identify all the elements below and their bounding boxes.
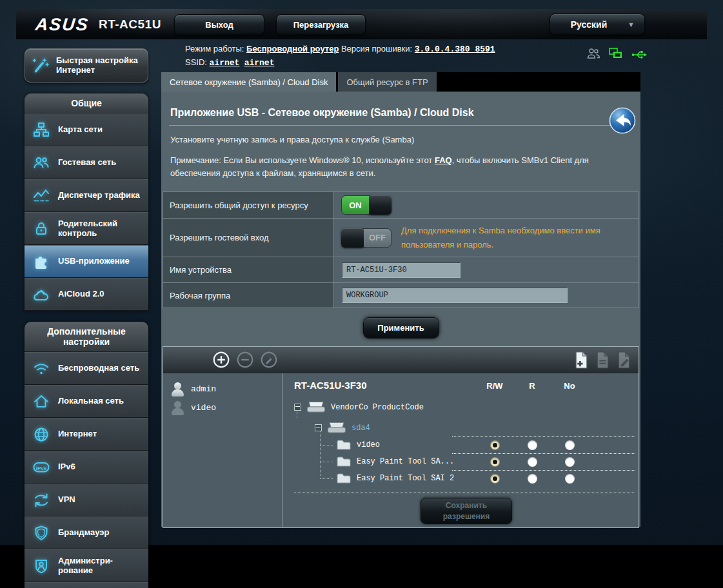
sidebar-item-ipv6[interactable]: IPv6 IPv6	[25, 451, 148, 484]
guest-login-note: Для подключения к Samba необходимо ввест…	[401, 224, 631, 252]
radio-r[interactable]	[528, 457, 537, 467]
firmware-label: Версия прошивки:	[341, 44, 412, 54]
perm-header-rw: R/W	[476, 381, 513, 391]
network-map-icon	[30, 121, 53, 140]
nav-group-advanced-title: Дополнительные настройки	[25, 322, 148, 352]
apply-button[interactable]: Применить	[363, 317, 439, 338]
folder-row-easy-paint-sa: Easy Paint Tool SA...	[294, 453, 639, 470]
nav-label: AiCloud 2.0	[58, 289, 104, 299]
page-title: Приложение USB - Сетевое окружение (Samb…	[170, 107, 599, 119]
radio-rw[interactable]	[490, 457, 500, 467]
aicloud-icon	[30, 285, 53, 304]
firmware-version-link[interactable]: 3.0.0.4.380_8591	[415, 44, 495, 54]
collapse-icon[interactable]	[294, 404, 301, 411]
ssid-link-2[interactable]: airnet	[244, 58, 275, 68]
disk-icon	[306, 401, 326, 413]
folder-name[interactable]: Easy Paint Tool SA...	[357, 457, 454, 466]
radio-rw[interactable]	[490, 440, 500, 450]
ssid-label: SSID:	[185, 57, 207, 67]
reboot-button[interactable]: Перезагрузка	[276, 14, 366, 35]
traffic-manager-icon	[30, 186, 53, 206]
logout-button[interactable]: Выход	[174, 14, 264, 35]
radio-no[interactable]	[565, 457, 575, 467]
radio-r[interactable]	[528, 440, 537, 450]
sidebar-item-firewall[interactable]: Брандмауэр	[25, 516, 148, 549]
folder-row-video: video	[294, 436, 639, 453]
language-selector[interactable]: Русский ▼	[550, 14, 645, 35]
nav-label: Брандмауэр	[58, 528, 109, 538]
sidebar-item-network-map[interactable]: Карта сети	[25, 113, 148, 146]
share-tree: RT-AC51U-3F30 R/W R No VendorCo ProductC…	[282, 373, 639, 528]
folder-icon	[336, 456, 352, 467]
user-row-video[interactable]: video	[163, 398, 282, 417]
toggle-state-label: OFF	[364, 229, 391, 247]
radio-no[interactable]	[565, 440, 575, 450]
user-icon	[171, 400, 185, 415]
nav-label: Локальная сеть	[58, 397, 124, 406]
edit-user-icon[interactable]	[260, 351, 278, 369]
permission-headers: R/W R No	[476, 381, 588, 391]
guest-login-toggle[interactable]: OFF	[342, 229, 391, 247]
enable-share-toggle[interactable]: ON	[342, 196, 391, 214]
radio-rw[interactable]	[490, 474, 500, 484]
radio-r[interactable]	[528, 474, 537, 484]
toggle-knob	[341, 228, 365, 248]
row-label: Имя устройства	[163, 257, 334, 282]
edit-share-icon[interactable]	[617, 351, 631, 369]
workgroup-input[interactable]	[342, 288, 568, 303]
nav-label: Карта сети	[58, 125, 103, 135]
operation-mode-link[interactable]: Беспроводной роутер	[246, 44, 339, 54]
file-icon[interactable]	[596, 351, 609, 369]
sidebar-item-guest-network[interactable]: Гостевая сеть	[25, 146, 148, 179]
permission-radios	[476, 474, 588, 484]
sidebar-item-wan[interactable]: Интернет	[25, 418, 148, 451]
faq-link[interactable]: FAQ	[435, 155, 452, 165]
device-name-input[interactable]	[342, 262, 461, 278]
back-button[interactable]	[609, 107, 636, 134]
sidebar-item-usb-application[interactable]: USB-приложение	[25, 245, 148, 278]
ipv6-icon: IPv6	[30, 458, 53, 477]
sidebar-item-quick-setup[interactable]: Быстрая настройка Интернет	[25, 48, 148, 83]
user-list: admin video	[163, 373, 282, 528]
tab-ftp-share[interactable]: Общий ресурс в FTP	[338, 72, 436, 92]
folder-name[interactable]: video	[357, 440, 380, 449]
quick-setup-label: Быстрая настройка Интернет	[56, 56, 144, 75]
page-subtitle: Установите учетную запись и права доступ…	[170, 133, 631, 146]
administration-icon	[30, 556, 53, 576]
table-row-workgroup: Рабочая группа	[163, 283, 639, 308]
nav-label: USB-приложение	[58, 257, 130, 266]
collapse-icon[interactable]	[315, 424, 322, 431]
row-label: Разрешить общий доступ к ресурсу	[163, 192, 334, 218]
sidebar-item-wireless[interactable]: Беспроводная сеть	[25, 352, 148, 385]
sidebar-item-traffic-manager[interactable]: Диспетчер трафика	[25, 179, 148, 212]
tab-samba-cloud-disk[interactable]: Сетевое окружение (Samba) / Cloud Disk	[161, 72, 336, 92]
status-icons	[586, 47, 648, 60]
user-name: admin	[191, 384, 216, 394]
sidebar-item-system-log[interactable]: Системный журнал	[25, 582, 148, 588]
user-row-admin[interactable]: admin	[163, 380, 282, 398]
sidebar-item-parental-control[interactable]: Родительский контроль	[25, 212, 148, 245]
sidebar-item-vpn[interactable]: VPN	[25, 484, 148, 516]
disk-name[interactable]: VendorCo ProductCode	[331, 403, 424, 412]
network-devices-icon[interactable]	[608, 47, 624, 60]
clients-icon[interactable]	[586, 47, 601, 60]
row-label: Разрешить гостевой вход	[163, 219, 334, 257]
sidebar-item-aicloud[interactable]: AiCloud 2.0	[25, 278, 148, 311]
folder-name[interactable]: Easy Paint Tool SAI 2	[357, 474, 454, 483]
user-icon	[171, 382, 185, 397]
perm-header-no: No	[551, 381, 588, 391]
radio-no[interactable]	[565, 474, 575, 484]
ssid-link-1[interactable]: airnet	[210, 58, 240, 68]
usb-device-icon[interactable]	[631, 47, 648, 60]
top-header-bar: ASUS RT-AC51U Выход Перезагрузка Русский…	[16, 9, 707, 39]
add-user-icon[interactable]	[212, 351, 230, 369]
nav-label: Интернет	[58, 429, 97, 439]
content-panel: Приложение USB - Сетевое окружение (Samb…	[161, 92, 640, 527]
partition-name[interactable]: sda4	[352, 424, 370, 433]
permission-radios	[476, 457, 588, 467]
save-permissions-button[interactable]: Сохранить разрешения	[421, 498, 512, 524]
add-share-icon[interactable]	[575, 351, 588, 369]
sidebar-item-administration[interactable]: Администри-рование	[25, 549, 148, 582]
sidebar-item-lan[interactable]: Локальная сеть	[25, 385, 148, 418]
remove-user-icon[interactable]	[236, 351, 254, 369]
